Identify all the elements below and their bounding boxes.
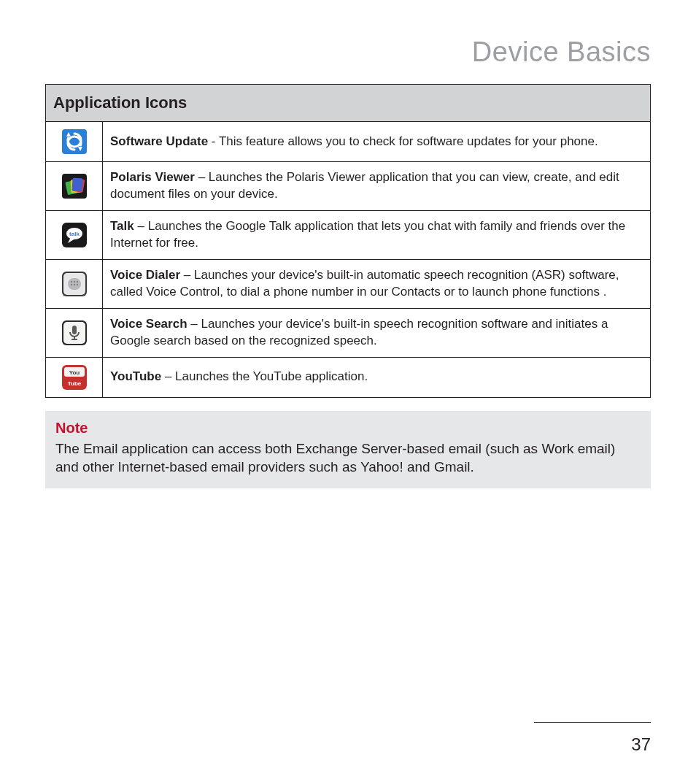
row-name: Talk [110,219,134,233]
table-row: talk Talk – Launches the Google Talk app… [46,210,651,259]
row-sep: – [195,170,209,184]
svg-point-16 [74,281,75,283]
svg-point-20 [77,284,78,285]
row-name: YouTube [110,369,161,383]
row-sep: - [208,134,219,148]
description-cell: YouTube – Launches the YouTube applicati… [103,357,651,397]
row-name: Software Update [110,134,208,148]
row-sep: – [161,369,175,383]
table-row: You Tube YouTube – Launches the YouTube … [46,357,651,397]
svg-point-19 [74,284,75,285]
row-name: Polaris Viewer [110,170,195,184]
note-body: The Email application can access both Ex… [55,439,641,477]
talk-icon: talk [62,223,87,247]
svg-rect-23 [72,326,77,334]
icon-cell [46,308,103,357]
row-sep: – [134,219,148,233]
icon-cell [46,162,103,211]
row-desc: Launches the YouTube application. [175,369,368,383]
icon-cell: You Tube [46,357,103,397]
icon-cell: talk [46,210,103,259]
application-icons-table: Application Icons [45,84,651,398]
svg-text:talk: talk [69,231,80,237]
page: Device Basics Application Icons [0,0,696,784]
table-header: Application Icons [46,85,651,122]
row-sep: – [187,317,201,331]
svg-text:You: You [69,369,80,376]
icon-cell [46,259,103,308]
svg-point-15 [71,281,72,283]
row-name: Voice Search [110,317,187,331]
svg-point-18 [71,284,72,285]
page-number: 37 [631,734,651,755]
polaris-viewer-icon [62,174,87,199]
page-title: Device Basics [45,36,651,68]
table-row: Software Update - This feature allows yo… [46,122,651,162]
description-cell: Voice Search – Launches your device's bu… [103,308,651,357]
description-cell: Voice Dialer – Launches your device's bu… [103,259,651,308]
note-title: Note [55,420,641,437]
description-cell: Software Update - This feature allows yo… [103,122,651,162]
row-name: Voice Dialer [110,268,180,282]
table-row: Voice Dialer – Launches your device's bu… [46,259,651,308]
voice-search-icon [62,320,87,345]
table-row: Polaris Viewer – Launches the Polaris Vi… [46,162,651,211]
svg-rect-7 [71,177,82,191]
software-update-icon [62,129,87,154]
page-rule [534,722,651,723]
description-cell: Polaris Viewer – Launches the Polaris Vi… [103,162,651,211]
note-box: Note The Email application can access bo… [45,411,651,488]
row-desc: Launches the Google Talk application tha… [110,219,625,250]
icon-cell [46,122,103,162]
row-desc: This feature allows you to check for sof… [219,134,598,148]
svg-point-17 [77,281,78,283]
voice-dialer-icon [62,272,87,296]
description-cell: Talk – Launches the Google Talk applicat… [103,210,651,259]
youtube-icon: You Tube [62,365,87,390]
row-sep: – [180,268,194,282]
table-row: Voice Search – Launches your device's bu… [46,308,651,357]
svg-text:Tube: Tube [67,380,81,387]
